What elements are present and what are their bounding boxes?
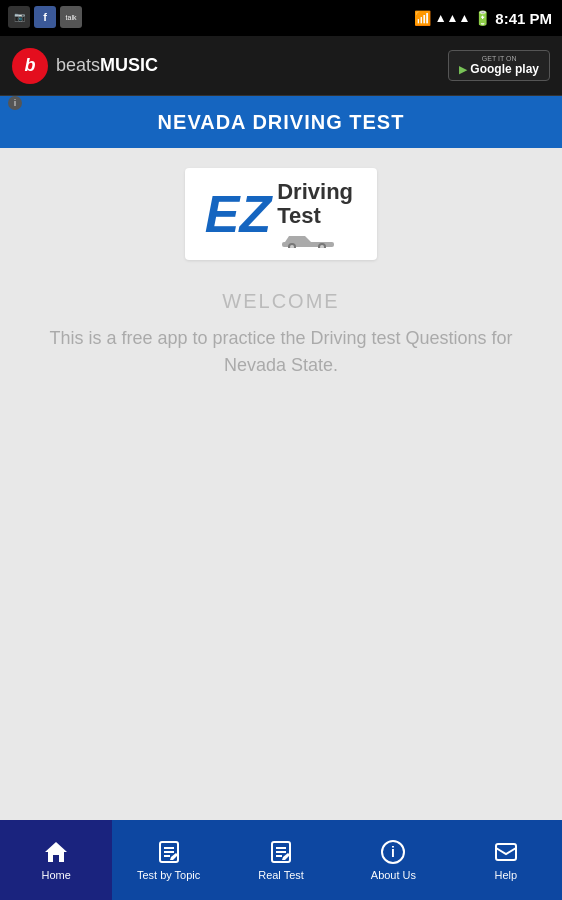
- ez-letters: E Z: [205, 188, 271, 240]
- google-play-button[interactable]: GET IT ON ▶ Google play: [448, 50, 550, 81]
- nav-item-real-test[interactable]: Real Test: [225, 820, 337, 900]
- welcome-title: WELCOME: [20, 290, 542, 313]
- nav-item-home[interactable]: Home: [0, 820, 112, 900]
- nav-real-test-label: Real Test: [258, 869, 304, 881]
- app-icon-facebook: f: [34, 6, 56, 28]
- logo-driving-text: Driving: [277, 180, 353, 204]
- main-content: E Z Driving Test WELCOME: [0, 148, 562, 820]
- nav-item-test-by-topic[interactable]: Test by Topic: [112, 820, 224, 900]
- welcome-section: WELCOME This is a free app to practice t…: [0, 290, 562, 379]
- welcome-body: This is a free app to practice the Drivi…: [20, 325, 542, 379]
- nav-item-about-us[interactable]: i About Us: [337, 820, 449, 900]
- nav-item-help[interactable]: Help: [450, 820, 562, 900]
- about-us-icon: i: [380, 839, 406, 865]
- ad-info-icon[interactable]: i: [8, 96, 22, 110]
- status-bar: 📷 f talk 📶 ▲▲▲ 🔋 8:41 PM: [0, 0, 562, 36]
- svg-rect-16: [496, 844, 516, 860]
- help-icon: [493, 839, 519, 865]
- app-logo: E Z Driving Test: [185, 168, 377, 260]
- svg-marker-5: [45, 842, 67, 862]
- app-icon-talk: talk: [60, 6, 82, 28]
- logo-test-text: Test: [277, 204, 321, 228]
- test-by-topic-icon: [156, 839, 182, 865]
- wifi-icon: 📶: [414, 10, 431, 26]
- ad-banner[interactable]: b beatsMUSIC GET IT ON ▶ Google play: [0, 36, 562, 96]
- nav-about-us-label: About Us: [371, 869, 416, 881]
- nav-home-label: Home: [42, 869, 71, 881]
- nav-test-by-topic-label: Test by Topic: [137, 869, 200, 881]
- page-title: NEVADA DRIVING TEST: [158, 111, 405, 134]
- beats-brand-text: beatsMUSIC: [56, 55, 158, 76]
- car-icon: [277, 230, 357, 248]
- battery-icon: 🔋: [474, 10, 491, 26]
- google-play-label: ▶ Google play: [459, 62, 539, 76]
- bottom-nav: Home Test by Topic Real Test i About Us: [0, 820, 562, 900]
- app-icon-camera: 📷: [8, 6, 30, 28]
- get-it-on-label: GET IT ON: [482, 55, 517, 62]
- real-test-icon: [268, 839, 294, 865]
- app-header: NEVADA DRIVING TEST: [0, 96, 562, 148]
- svg-text:i: i: [391, 844, 395, 860]
- beats-logo: b beatsMUSIC: [12, 48, 158, 84]
- home-icon: [43, 839, 69, 865]
- beats-circle-icon: b: [12, 48, 48, 84]
- play-triangle-icon: ▶: [459, 64, 467, 75]
- status-time: 8:41 PM: [495, 10, 552, 27]
- nav-help-label: Help: [495, 869, 518, 881]
- signal-icon: ▲▲▲: [435, 11, 471, 25]
